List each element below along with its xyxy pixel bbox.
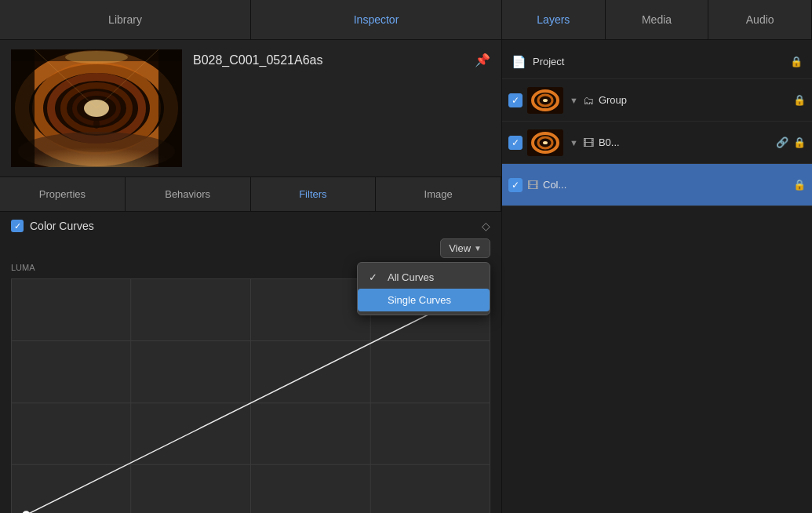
dropdown-item-all-curves[interactable]: ✓ All Curves <box>358 266 490 289</box>
tab-filters[interactable]: Filters <box>251 177 377 211</box>
project-row[interactable]: 📄 Project 🔒 <box>502 45 812 79</box>
color-lock-icon[interactable]: 🔒 <box>793 179 806 191</box>
project-document-icon: 📄 <box>512 55 526 69</box>
svg-rect-8 <box>11 49 35 167</box>
group-visibility-checkbox[interactable]: ✓ <box>508 93 523 107</box>
color-curves-checkbox[interactable]: ✓ <box>11 220 24 232</box>
pin-icon[interactable]: 📌 <box>475 53 490 67</box>
left-tab-section: Library Inspector <box>0 0 502 39</box>
group-layer-name: Group <box>599 94 788 106</box>
project-lock-icon[interactable]: 🔒 <box>790 56 803 67</box>
svg-point-30 <box>543 141 548 144</box>
clip-layer-name: B0... <box>599 136 771 148</box>
project-name: Project <box>533 56 784 67</box>
tab-properties[interactable]: Properties <box>0 177 126 211</box>
color-visibility-checkbox[interactable]: ✓ <box>508 178 523 192</box>
clip-visibility-checkbox[interactable]: ✓ <box>508 136 523 150</box>
top-tabs-bar: Library Inspector Layers Media Audio <box>0 0 812 40</box>
curves-diamond-icon: ◇ <box>482 220 490 232</box>
check-icon: ✓ <box>369 271 381 283</box>
dropdown-caret-icon: ▼ <box>474 244 482 253</box>
view-dropdown-button[interactable]: View ▼ <box>440 238 490 258</box>
clip-link-icon[interactable]: 🔗 <box>776 136 788 148</box>
preview-title: B028_C001_0521A6as <box>193 53 322 67</box>
tab-library[interactable]: Library <box>0 0 251 39</box>
group-expand-arrow[interactable]: ▼ <box>570 96 578 105</box>
color-curves-layer-name: Col... <box>543 179 788 191</box>
sub-tabs-bar: Properties Behaviors Filters Image <box>0 177 501 212</box>
svg-point-11 <box>65 51 128 64</box>
tab-audio[interactable]: Audio <box>708 0 812 39</box>
view-button-row: View ▼ ✓ All Curves Single Curves <box>0 238 501 263</box>
group-thumbnail <box>527 87 563 114</box>
group-folder-icon: 🗂 <box>583 94 594 107</box>
main-content: B028_C001_0521A6as 📌 Properties Behavior… <box>0 40 812 513</box>
tab-behaviors[interactable]: Behaviors <box>126 177 251 211</box>
right-panel: 📄 Project 🔒 ✓ ▼ 🗂 Group 🔒 <box>502 40 812 513</box>
group-lock-icon[interactable]: 🔒 <box>793 94 806 106</box>
color-curves-area: ✓ Color Curves ◇ View ▼ ✓ All Curves <box>0 212 501 513</box>
view-dropdown-menu: ✓ All Curves Single Curves <box>357 262 490 315</box>
preview-thumbnail <box>11 49 182 167</box>
layers-content: 📄 Project 🔒 ✓ ▼ 🗂 Group 🔒 <box>502 40 812 513</box>
layer-row-clip[interactable]: ✓ ▼ 🎞 B0... 🔗 🔒 <box>502 122 812 164</box>
curves-header: ✓ Color Curves ◇ <box>0 212 501 238</box>
tab-layers[interactable]: Layers <box>502 0 606 39</box>
color-curves-layer-icon: 🎞 <box>527 179 538 191</box>
layer-row-color-curves[interactable]: ✓ 🎞 Col... 🔒 <box>502 164 812 206</box>
layer-row-group[interactable]: ✓ ▼ 🗂 Group 🔒 <box>502 79 812 122</box>
clip-lock-icon[interactable]: 🔒 <box>793 136 806 148</box>
svg-rect-9 <box>158 49 182 167</box>
tab-media[interactable]: Media <box>606 0 709 39</box>
dropdown-item-single-curves[interactable]: Single Curves <box>358 289 490 311</box>
preview-info: B028_C001_0521A6as 📌 <box>193 49 490 67</box>
svg-point-12 <box>93 119 100 129</box>
svg-point-26 <box>543 99 548 102</box>
clip-expand-arrow[interactable]: ▼ <box>570 138 578 147</box>
preview-title-row: B028_C001_0521A6as 📌 <box>193 53 490 67</box>
empty-check <box>369 294 381 306</box>
tab-inspector[interactable]: Inspector <box>251 0 502 39</box>
right-tab-section: Layers Media Audio <box>502 0 812 39</box>
left-panel: B028_C001_0521A6as 📌 Properties Behavior… <box>0 40 502 513</box>
tab-image[interactable]: Image <box>376 177 501 211</box>
clip-thumbnail <box>527 129 563 156</box>
color-curves-title: Color Curves <box>30 220 94 232</box>
preview-area: B028_C001_0521A6as 📌 <box>0 40 501 177</box>
clip-film-icon: 🎞 <box>583 136 594 149</box>
